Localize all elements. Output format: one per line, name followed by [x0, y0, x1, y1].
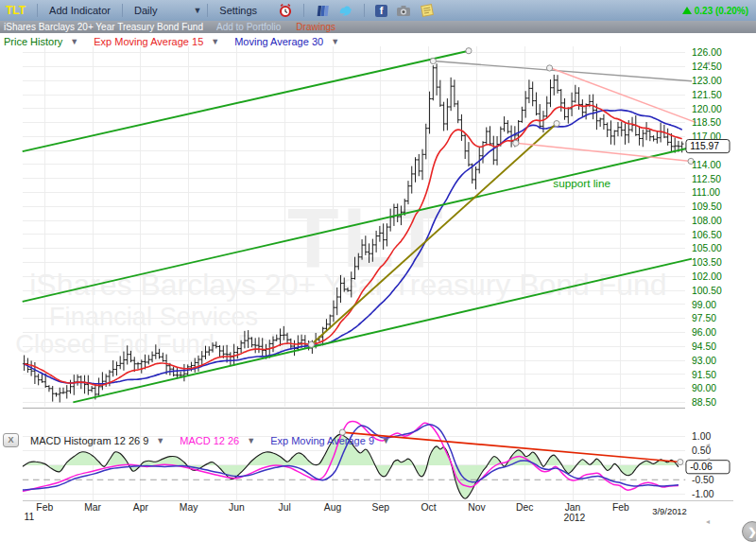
books-icon[interactable] [315, 3, 330, 18]
price-pane-legend: Price History ▼ Exp Moving Average 15 ▼ … [4, 36, 343, 47]
svg-text:102.00: 102.00 [692, 271, 722, 282]
svg-text:Nov: Nov [468, 502, 486, 513]
svg-text:115.97: 115.97 [690, 141, 719, 151]
svg-text:-0.06: -0.06 [690, 462, 713, 472]
svg-text:iShares Barclays 20+ Year Trea: iShares Barclays 20+ Year Treasury Bond … [29, 269, 666, 303]
svg-text:Dec: Dec [516, 502, 533, 513]
macd-pane-legend: X MACD Histogram 12 26 9 ▼ MACD 12 26 ▼ … [3, 433, 394, 447]
legend-price-history[interactable]: Price History [4, 36, 62, 47]
legend-ema15[interactable]: Exp Moving Average 15 [94, 36, 203, 47]
svg-text:100.50: 100.50 [692, 286, 722, 296]
svg-text:3/9/2012: 3/9/2012 [652, 506, 687, 516]
drawing-handle[interactable] [546, 65, 552, 71]
add-indicator-button[interactable]: Add Indicator [49, 5, 111, 16]
chevron-down-icon[interactable]: ▼ [331, 37, 339, 46]
svg-text:93.00: 93.00 [692, 356, 716, 366]
svg-text:108.00: 108.00 [692, 216, 722, 226]
divider [364, 4, 365, 17]
svg-text:91.50: 91.50 [692, 370, 716, 380]
chart-canvas[interactable]: TLTiShares Barclays 20+ Year Treasury Bo… [0, 33, 756, 558]
chevron-down-icon[interactable]: ▼ [211, 37, 219, 46]
legend-macd-ema9[interactable]: Exp Moving Average 9 [270, 435, 374, 446]
svg-text:120.00: 120.00 [692, 104, 722, 114]
svg-text:111.00: 111.00 [692, 187, 720, 198]
settings-button[interactable]: Settings [219, 5, 257, 16]
chevron-down-icon[interactable]: ▼ [156, 436, 164, 445]
svg-text:-1.00: -1.00 [692, 489, 714, 499]
svg-text:106.50: 106.50 [692, 230, 722, 240]
svg-text:Jul: Jul [279, 502, 291, 513]
watermark: TLTiShares Barclays 20+ Year Treasury Bo… [15, 190, 666, 357]
legend-macd-hist[interactable]: MACD Histogram 12 26 9 [30, 435, 148, 446]
svg-text:126.00: 126.00 [692, 47, 722, 58]
svg-text:123.00: 123.00 [692, 76, 722, 86]
last-price-box: 115.97 [686, 140, 730, 153]
svg-text:96.00: 96.00 [692, 327, 716, 338]
svg-text:Feb: Feb [612, 502, 629, 513]
change-text: 0.23 (0.20%) [695, 6, 748, 16]
svg-text:109.50: 109.50 [692, 201, 722, 212]
title-bar: iShares Barclays 20+ Year Treasury Bond … [0, 21, 756, 33]
svg-text:Sep: Sep [372, 502, 390, 513]
camera-icon[interactable] [396, 3, 411, 18]
close-macd-button[interactable]: X [3, 433, 19, 447]
scroll-right-button[interactable]: ❯ [742, 521, 756, 542]
chevron-down-icon[interactable]: ▼ [70, 37, 78, 46]
symbol-label: TLT [6, 4, 26, 17]
drawing-handle[interactable] [430, 58, 436, 63]
drawing-handle[interactable] [466, 48, 472, 54]
instrument-name: iShares Barclays 20+ Year Treasury Bond … [4, 22, 203, 32]
drawing-handle[interactable] [308, 341, 314, 347]
svg-text:118.50: 118.50 [692, 117, 721, 128]
svg-text:Apr: Apr [133, 502, 149, 513]
price-change-badge: 0.23 (0.20%) [682, 6, 748, 16]
svg-text:Aug: Aug [324, 502, 342, 513]
svg-text:114.00: 114.00 [692, 160, 721, 170]
divider [303, 4, 304, 17]
svg-text:-0.50: -0.50 [692, 475, 714, 485]
notes-icon[interactable] [420, 3, 435, 18]
axis-marker-icon: ◂ [706, 518, 710, 526]
drawing-handle[interactable] [554, 121, 559, 127]
drawing-handle[interactable] [513, 140, 519, 146]
chevron-down-icon[interactable]: ▼ [247, 436, 255, 445]
svg-text:105.00: 105.00 [692, 243, 722, 253]
axis-marker-icon: ◂ [706, 60, 710, 67]
legend-ma30[interactable]: Moving Average 30 [234, 36, 323, 47]
svg-text:Jan: Jan [565, 502, 581, 513]
add-to-portfolio-link[interactable]: Add to Portfolio [216, 22, 281, 32]
up-arrow-icon [682, 7, 692, 14]
trendline-pink-lower[interactable] [516, 143, 691, 161]
svg-text:Closed End Fund - Debt: Closed End Fund - Debt [15, 329, 292, 358]
svg-text:Feb: Feb [36, 502, 53, 513]
svg-text:Mar: Mar [84, 502, 101, 513]
legend-macd-line[interactable]: MACD 12 26 [180, 435, 239, 446]
chevron-down-icon[interactable]: ▼ [193, 6, 201, 15]
chevron-down-icon[interactable]: ▼ [382, 436, 390, 445]
chart-area: TLTiShares Barclays 20+ Year Treasury Bo… [0, 33, 756, 558]
svg-text:94.50: 94.50 [692, 341, 716, 352]
svg-text:112.50: 112.50 [692, 174, 721, 184]
svg-text:Oct: Oct [421, 502, 437, 513]
period-select[interactable]: Daily [134, 5, 157, 16]
svg-text:May: May [180, 502, 198, 513]
drawing-handle[interactable] [678, 459, 683, 464]
svg-text:2012: 2012 [563, 513, 585, 523]
divider [207, 4, 208, 17]
toolbar-icons: f [278, 3, 435, 18]
axis-marker-icon: ◂ [706, 442, 710, 449]
svg-text:11: 11 [25, 512, 35, 522]
support-line-label: support line [553, 177, 610, 189]
svg-text:88.50: 88.50 [692, 397, 716, 408]
svg-text:90.00: 90.00 [692, 383, 716, 393]
top-toolbar: TLT Add Indicator Daily ▼ Settings f 0.2… [0, 0, 756, 21]
svg-text:121.50: 121.50 [692, 90, 722, 100]
svg-text:97.50: 97.50 [692, 313, 716, 323]
facebook-icon[interactable]: f [375, 5, 387, 17]
drawings-link[interactable]: Drawings [296, 22, 335, 32]
trendline-gray[interactable] [433, 61, 692, 81]
alert-clock-icon[interactable] [278, 3, 293, 18]
divider [122, 4, 123, 17]
twitter-icon[interactable] [338, 3, 353, 18]
axis-marker-icon: ◂ [706, 456, 710, 463]
